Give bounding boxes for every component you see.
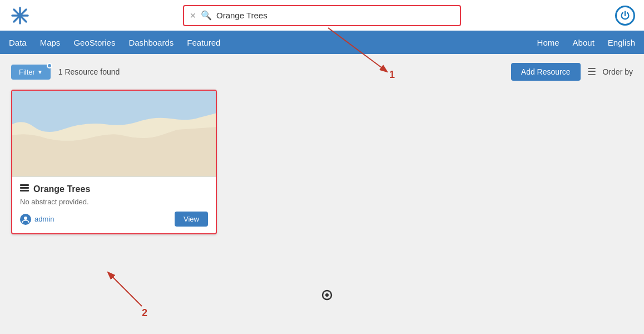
nav-item-english[interactable]: English (608, 36, 635, 50)
search-icon: 🔍 (201, 10, 212, 21)
nav-item-data[interactable]: Data (9, 36, 27, 50)
svg-rect-8 (20, 190, 29, 191)
add-resource-button[interactable]: Add Resource (511, 63, 581, 81)
nav-bar: Data Maps GeoStories Dashboards Featured… (0, 31, 644, 54)
nav-right: Home About English (537, 36, 635, 50)
filter-active-dot (47, 63, 52, 68)
toolbar-row: Filter ▼ 1 Resource found Add Resource ☰… (11, 63, 633, 81)
author-avatar (20, 214, 31, 225)
resource-card: Orange Trees No abstract provided. admin (11, 90, 217, 234)
list-view-icon[interactable]: ☰ (587, 66, 596, 78)
logo (9, 4, 31, 27)
filter-button[interactable]: Filter ▼ (11, 65, 51, 80)
nav-item-maps[interactable]: Maps (40, 36, 61, 50)
card-title-row: Orange Trees (20, 184, 208, 194)
nav-item-featured[interactable]: Featured (187, 36, 220, 50)
card-footer: admin View (20, 212, 208, 227)
nav-left: Data Maps GeoStories Dashboards Featured (9, 36, 537, 50)
card-title: Orange Trees (33, 184, 90, 194)
nav-item-dashboards[interactable]: Dashboards (128, 36, 174, 50)
search-clear-icon[interactable]: ✕ (190, 11, 196, 20)
svg-rect-6 (20, 184, 29, 186)
content-area: Filter ▼ 1 Resource found Add Resource ☰… (0, 54, 644, 334)
spinner-area (321, 289, 333, 303)
svg-point-11 (325, 293, 329, 297)
nav-item-geostories[interactable]: GeoStories (73, 36, 115, 50)
view-button[interactable]: View (175, 212, 208, 227)
toolbar-right: Add Resource ☰ Order by (511, 63, 633, 81)
card-map-preview (12, 91, 216, 177)
nav-item-home[interactable]: Home (537, 36, 559, 50)
power-button[interactable] (615, 6, 635, 26)
order-by-label[interactable]: Order by (603, 67, 633, 76)
nav-item-about[interactable]: About (573, 36, 595, 50)
svg-point-9 (24, 217, 27, 220)
top-bar: ✕ 🔍 (0, 0, 644, 31)
cards-grid: Orange Trees No abstract provided. admin (11, 90, 633, 234)
card-abstract: No abstract provided. (20, 198, 208, 206)
card-body: Orange Trees No abstract provided. admin (12, 177, 216, 233)
result-count: 1 Resource found (58, 67, 120, 76)
author-name: admin (34, 215, 54, 223)
svg-point-4 (18, 13, 22, 17)
svg-rect-7 (20, 187, 29, 189)
search-container: ✕ 🔍 (183, 5, 461, 26)
layer-icon (20, 184, 29, 194)
card-author[interactable]: admin (20, 214, 54, 225)
filter-label: Filter (19, 68, 35, 76)
search-input[interactable] (216, 11, 454, 20)
filter-caret: ▼ (37, 69, 43, 75)
